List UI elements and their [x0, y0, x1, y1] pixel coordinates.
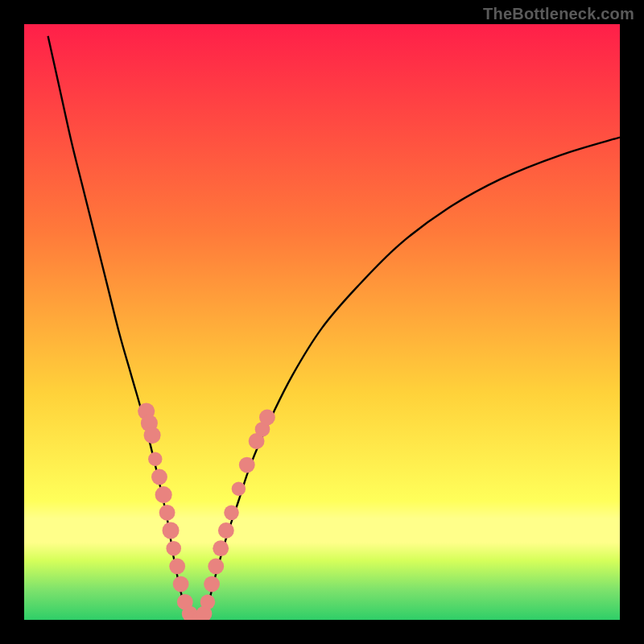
data-point — [213, 540, 229, 556]
data-point — [224, 506, 239, 521]
data-point — [159, 505, 175, 521]
data-point — [200, 595, 216, 610]
data-point — [144, 427, 161, 444]
data-point — [148, 452, 162, 466]
data-point — [218, 522, 234, 539]
data-point — [155, 486, 172, 503]
data-point — [204, 576, 220, 592]
plot-area — [24, 24, 620, 620]
data-point — [208, 558, 224, 574]
watermark-text: TheBottleneck.com — [483, 5, 634, 23]
data-point — [169, 558, 185, 574]
data-markers — [138, 402, 275, 620]
data-point — [163, 522, 180, 539]
data-point — [173, 576, 189, 592]
right-curve — [203, 138, 620, 620]
chart-frame: TheBottleneck.com — [0, 0, 644, 644]
data-point — [151, 469, 167, 485]
data-point — [239, 457, 255, 473]
data-point — [232, 482, 246, 496]
curves-svg — [24, 24, 620, 620]
data-point — [166, 541, 181, 556]
data-point — [259, 409, 275, 425]
